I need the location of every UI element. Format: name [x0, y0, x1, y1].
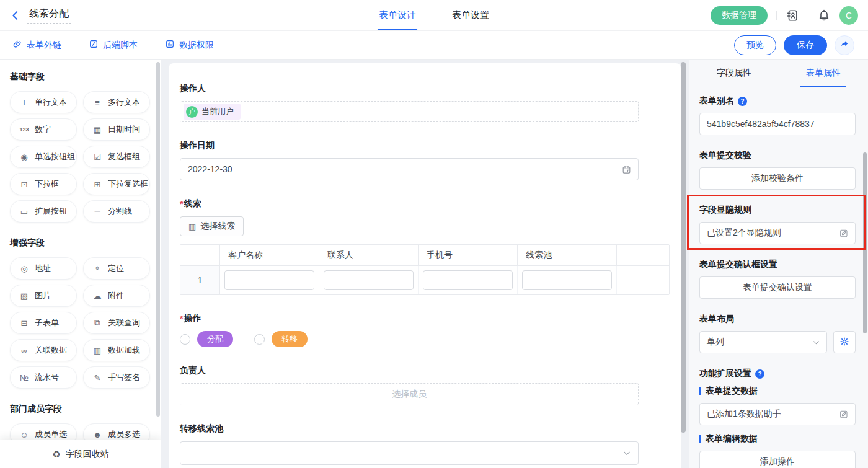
sidebar-item-location[interactable]: ⌖定位 [83, 257, 150, 280]
column-header-contact: 联系人 [319, 245, 418, 265]
tab-form-design[interactable]: 表单设计 [379, 0, 416, 30]
operator-value-box[interactable]: 户 当前用户 [180, 101, 639, 122]
sidebar-item-handwritten-signature[interactable]: ✎手写签名 [83, 366, 150, 389]
subtable-input-customer-name[interactable] [224, 270, 314, 290]
select-clue-button[interactable]: ▥ 选择线索 [180, 216, 244, 236]
backend-script-link[interactable]: 后端脚本 [89, 39, 138, 51]
visibility-rules-box[interactable]: 已设置2个显隐规则 [699, 222, 856, 244]
preview-button[interactable]: 预览 [734, 35, 776, 55]
sidebar-item-select[interactable]: ⊡下拉框 [10, 173, 77, 195]
radio-button[interactable] [180, 334, 190, 345]
visibility-rules-value: 已设置2个显隐规则 [707, 227, 781, 239]
sidebar-item-linked-query[interactable]: ⧉关联查询 [83, 312, 150, 334]
tab-field-properties[interactable]: 字段属性 [689, 60, 779, 87]
help-icon[interactable]: ? [755, 369, 764, 379]
notification-bell-icon[interactable] [817, 9, 831, 22]
add-validation-button[interactable]: 添加校验条件 [699, 167, 856, 190]
data-permission-icon [165, 39, 175, 51]
form-canvas: 操作人 户 当前用户 操作日期 [161, 60, 689, 468]
field-recycle-bin[interactable]: ♻ 字段回收站 [0, 440, 161, 468]
action-option-transfer: 转移 [254, 331, 308, 347]
sidebar-item-linked-data[interactable]: ∞关联数据 [10, 339, 77, 361]
user-avatar[interactable]: C [839, 6, 858, 25]
form-alias-label: 表单别名 ? [699, 95, 856, 107]
sidebar-item-datetime[interactable]: ▦日期时间 [83, 118, 150, 141]
data-load-icon: ▥ [92, 346, 103, 355]
form-title[interactable]: 线索分配 [27, 7, 71, 24]
sidebar-item-attachment[interactable]: ☁附件 [83, 285, 150, 307]
sidebar-item-extend-button[interactable]: ▭扩展按钮 [10, 200, 77, 223]
select-icon: ⊡ [19, 180, 30, 189]
canvas-scrollbar[interactable] [681, 62, 686, 433]
submit-data-item: 表单提交数据 已添加1条数据助手 [699, 386, 856, 425]
edit-icon[interactable] [839, 228, 849, 238]
sidebar-item-radio-group[interactable]: ◉单选按钮组 [10, 146, 77, 168]
transfer-pool-select[interactable] [180, 441, 639, 465]
edit-icon[interactable] [839, 409, 849, 419]
sidebar-item-address[interactable]: ◎地址 [10, 257, 77, 280]
transfer-option-pill[interactable]: 转移 [272, 331, 308, 347]
section-bar [699, 435, 701, 443]
data-manage-button[interactable]: 数据管理 [711, 6, 768, 25]
link-icon [12, 39, 22, 51]
panel-scrollbar[interactable] [863, 152, 867, 333]
subtable-cell [220, 266, 319, 294]
tab-form-properties[interactable]: 表单属性 [779, 60, 868, 87]
member-single-icon: ☺ [19, 430, 30, 439]
section-form-alias: 表单别名 ? [699, 95, 856, 135]
sidebar-item-subform[interactable]: ⊟子表单 [10, 312, 77, 334]
layout-select[interactable]: 单列 [699, 331, 827, 353]
form-alias-input[interactable] [707, 119, 848, 129]
save-button[interactable]: 保存 [784, 35, 827, 55]
row-index: 1 [180, 266, 220, 294]
field-label: 操作人 [180, 83, 670, 94]
sidebar-item-multi-line-text[interactable]: ≡多行文本 [83, 91, 150, 113]
sidebar-item-multi-select[interactable]: ⊞下拉复选框 [83, 173, 150, 195]
add-operation-button[interactable]: 添加操作 [699, 451, 856, 468]
sidebar-item-serial-number[interactable]: №流水号 [10, 366, 77, 389]
layout-settings-button[interactable] [833, 331, 856, 353]
sidebar-item-number[interactable]: 123数字 [10, 118, 77, 141]
calendar-icon[interactable] [621, 164, 632, 175]
operate-date-input[interactable] [188, 164, 631, 174]
tab-form-settings[interactable]: 表单设置 [452, 0, 489, 30]
column-header-empty [617, 245, 669, 265]
header-actions: 数据管理 C [711, 6, 858, 25]
form-external-link[interactable]: 表单外链 [12, 39, 61, 51]
form-designer-app: 线索分配 表单设计 表单设置 数据管理 [0, 0, 868, 468]
sidebar-item-divider-line[interactable]: ═分割线 [83, 200, 150, 223]
linked-data-icon: ∞ [19, 346, 30, 355]
current-user-tag[interactable]: 户 当前用户 [184, 104, 241, 120]
submit-data-box[interactable]: 已添加1条数据助手 [699, 403, 856, 425]
panel-tabs: 字段属性 表单属性 [689, 60, 868, 87]
clue-subtable: 客户名称 联系人 手机号 线索池 1 [180, 244, 670, 295]
help-icon[interactable]: ? [738, 97, 747, 106]
link-label: 后端脚本 [103, 40, 138, 51]
link-label: 数据权限 [179, 40, 214, 51]
datetime-icon: ▦ [92, 125, 103, 135]
assign-option-pill[interactable]: 分配 [197, 331, 233, 347]
sidebar-scrollbar[interactable] [156, 62, 160, 417]
radio-button[interactable] [254, 334, 265, 345]
form-layout-label: 表单布局 [699, 314, 856, 325]
subtable-input-phone[interactable] [423, 270, 513, 290]
sidebar-item-single-line-text[interactable]: T单行文本 [10, 91, 77, 113]
section-submit-validation: 表单提交校验 添加校验条件 [699, 150, 856, 190]
properties-panel: 字段属性 表单属性 表单别名 ? 表单提交校验 添加校验条件 [689, 60, 868, 468]
address-book-icon[interactable] [786, 9, 799, 22]
toolbar-actions: 预览 保存 [734, 35, 854, 55]
subtable-input-clue-pool[interactable] [522, 270, 612, 290]
section-extension: 功能扩展设置 ? 表单提交数据 已添加1条数据助手 [699, 368, 856, 468]
sidebar-item-data-load[interactable]: ▥数据加载 [83, 339, 150, 361]
back-icon[interactable] [10, 10, 21, 21]
section-title-member-fields: 部门成员字段 [10, 404, 150, 415]
submit-confirm-button[interactable]: 表单提交确认设置 [699, 276, 856, 299]
data-permission-link[interactable]: 数据权限 [165, 39, 214, 51]
sidebar-item-image[interactable]: ▧图片 [10, 285, 77, 307]
column-header-clue-pool: 线索池 [518, 245, 617, 265]
sidebar-item-checkbox-group[interactable]: ☑复选框组 [83, 146, 150, 168]
share-button[interactable] [835, 35, 854, 55]
select-member-box[interactable]: 选择成员 [180, 383, 639, 405]
subtable-input-contact[interactable] [324, 270, 414, 290]
section-title-enhanced-fields: 增强字段 [10, 237, 150, 249]
